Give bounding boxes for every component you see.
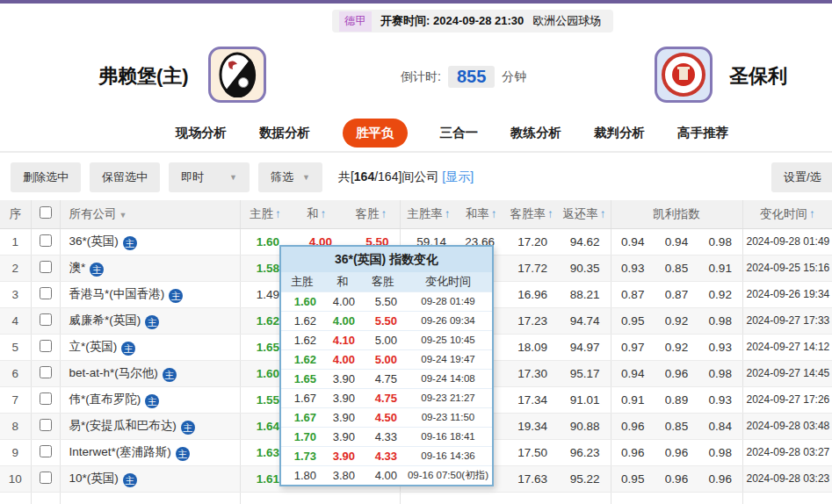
kelly-away: 0.92 [698,281,742,307]
countdown-value: 855 [448,66,495,88]
popup-draw-odds: 3.90 [323,446,362,465]
delete-selected-button[interactable]: 删除选中 [11,162,81,192]
change-time: 2024-09-28 03:23 [742,465,832,492]
company-cell[interactable]: 10*(英国)主 [60,465,240,492]
col-draw-rate[interactable]: 和率↑ [457,200,505,228]
sort-up-icon: ↑ [275,207,281,220]
home-badge-icon: 主 [145,394,159,408]
col-home-odds[interactable]: 主胜↑ [240,200,290,228]
row-number: 10 [0,465,31,492]
tab-live-analysis[interactable]: 现场分析 [176,125,227,141]
kelly-draw: 0.96 [655,465,698,492]
tab-win-draw-lose[interactable]: 胜平负 [343,119,408,148]
row-checkbox[interactable] [40,261,52,273]
popup-draw-odds: 4.00 [323,349,362,369]
kelly-home: 0.95 [611,465,655,492]
popup-draw-odds: 4.00 [323,292,362,311]
kelly-draw: 0.94 [655,228,698,255]
popup-away-odds: 5.50 [362,292,404,311]
row-number: 6 [0,360,31,386]
company-cell[interactable]: 香港马*(中国香港)主 [60,281,240,307]
checkbox-cell [31,334,60,360]
freiburg-crest-icon [218,52,257,97]
kelly-home: 0.94 [611,228,655,255]
odds-history-popup: 36*(英国) 指数变化 主胜 和 客胜 变化时间 1.60 4.00 5.50… [279,245,494,486]
popup-draw-odds: 3.80 [323,465,362,485]
popup-draw-odds: 3.90 [323,427,362,446]
tab-coach-analysis[interactable]: 教练分析 [510,125,561,141]
tab-expert-picks[interactable]: 高手推荐 [677,125,728,141]
chevron-down-icon: ▼ [229,173,237,182]
tab-referee-analysis[interactable]: 裁判分析 [594,125,645,141]
popup-col-home: 主胜 [281,272,323,292]
checkbox-cell [31,439,60,465]
row-checkbox[interactable] [40,340,52,352]
settings-button[interactable]: 设置/选 [771,162,832,192]
tab-three-in-one[interactable]: 三合一 [440,125,479,141]
filter-dropdown[interactable]: 筛选▼ [258,162,322,192]
popup-row: 1.62 4.00 5.50 09-26 09:34 [281,311,492,330]
company-cell[interactable]: 澳*主 [60,255,240,281]
col-kelly-index: 凯利指数 [611,200,742,228]
checkbox-cell [31,465,60,492]
show-link[interactable]: [显示] [442,169,474,184]
sort-up-icon: ↑ [600,207,606,220]
popup-draw-odds: 4.10 [323,330,362,349]
col-away-odds[interactable]: 客胜↑ [343,200,400,228]
change-time: 2024-09-28 03:27 [742,439,832,465]
countdown: 倒计时: 855 分钟 [401,66,526,88]
away-team-name: 圣保利 [729,63,787,90]
company-name: 10*(英国) [69,472,119,485]
row-checkbox[interactable] [40,234,52,247]
return-rate: 91.01 [558,386,611,413]
row-checkbox[interactable] [40,419,52,431]
return-rate: 95.22 [558,465,611,492]
keep-selected-button[interactable]: 保留选中 [90,162,160,192]
company-name: 立*(英国) [69,340,118,353]
stpauli-crest-icon [661,52,706,97]
kelly-home: 0.94 [611,360,655,386]
col-company[interactable]: 所有公司▼ [60,200,240,228]
popup-away-odds: 4.75 [362,369,404,388]
company-name: 36*(英国) [69,234,119,248]
col-draw-odds[interactable]: 和↑ [290,200,343,228]
popup-home-odds: 1.70 [281,427,323,446]
col-return-rate[interactable]: 返还率↑ [558,200,611,228]
away-rate: 17.30 [505,360,558,386]
return-rate: 96.23 [558,439,611,465]
select-all-cell [31,200,60,228]
company-cell[interactable]: 威廉希*(英国)主 [60,307,240,334]
company-cell[interactable]: 立*(英国)主 [60,334,240,360]
change-time: 2024-09-27 14:45 [742,360,832,386]
countdown-label: 倒计时: [401,69,441,85]
match-header: 弗赖堡(主) 倒计时: 855 分钟 圣保利 [0,26,832,114]
col-home-rate[interactable]: 主胜率↑ [400,200,457,228]
popup-title: 36*(英国) 指数变化 [281,247,492,272]
company-cell[interactable]: bet-at-h*(马尔他)主 [60,360,240,386]
row-checkbox[interactable] [40,366,52,378]
change-time: 2024-09-27 14:12 [742,334,832,360]
time-filter-dropdown[interactable]: 即时▼ [169,162,250,192]
row-checkbox[interactable] [40,392,52,405]
tab-data-analysis[interactable]: 数据分析 [259,125,310,141]
col-change-time[interactable]: 变化时间↑ [742,200,832,228]
row-checkbox[interactable] [40,287,52,299]
row-checkbox[interactable] [40,445,52,457]
kelly-draw: 0.85 [655,255,698,281]
row-checkbox[interactable] [40,472,52,484]
row-checkbox[interactable] [40,313,52,326]
company-cell[interactable]: Interwet*(塞浦路斯)主 [60,439,240,465]
checkbox-cell [31,360,60,386]
company-cell[interactable]: 36*(英国)主 [60,228,240,255]
change-time: 2024-09-27 17:26 [742,386,832,413]
select-all-checkbox[interactable] [40,206,52,219]
popup-away-odds: 4.00 [362,465,404,485]
company-cell[interactable]: 易*(安提瓜和巴布达)主 [60,413,240,439]
sort-up-icon: ↑ [547,207,553,220]
sort-up-icon: ↑ [445,207,451,220]
kelly-away: 0.84 [698,413,742,439]
company-cell[interactable]: 伟*(直布罗陀)主 [60,386,240,413]
home-badge-icon: 主 [123,236,137,250]
company-name: 香港马*(中国香港) [69,287,165,300]
col-away-rate[interactable]: 客胜率↑ [505,200,558,228]
